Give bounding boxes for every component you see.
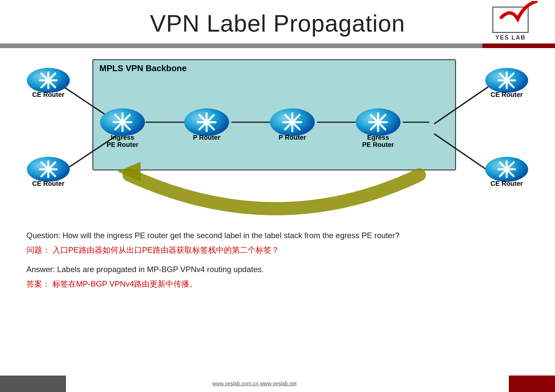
svg-line-41	[200, 115, 214, 129]
svg-point-11	[27, 68, 70, 93]
footer-links: www.yeslab.com.cn www.yeslab.net	[0, 381, 509, 387]
question-chinese: 问题： 入口PE路由器如何从出口PE路由器获取标签栈中的第二个标签？	[26, 244, 529, 256]
footer: www.yeslab.com.cn www.yeslab.net	[0, 376, 555, 392]
yeslab-text: YES LAB	[495, 34, 526, 41]
svg-point-12	[27, 157, 70, 182]
svg-line-33	[500, 162, 514, 176]
svg-line-37	[115, 115, 130, 129]
svg-line-49	[371, 115, 385, 129]
header: VPN Label Propagation YES LAB	[0, 0, 555, 40]
text-section: Question: How will the ingress PE router…	[26, 229, 529, 291]
svg-text:CE Router: CE Router	[491, 91, 523, 98]
svg-rect-0	[93, 60, 456, 170]
svg-line-21	[42, 73, 55, 87]
svg-line-2	[60, 84, 119, 124]
divider	[0, 43, 555, 48]
yeslab-box	[492, 7, 529, 33]
svg-line-45	[285, 115, 300, 129]
svg-line-3	[60, 134, 119, 173]
svg-point-13	[485, 68, 528, 93]
svg-line-38	[115, 115, 130, 129]
svg-text:PE Router: PE Router	[107, 141, 139, 148]
svg-text:MPLS VPN Backbone: MPLS VPN Backbone	[100, 63, 187, 73]
svg-point-17	[270, 108, 315, 136]
svg-point-18	[356, 108, 401, 136]
svg-point-14	[485, 157, 528, 182]
yeslab-logo: YES LAB	[492, 7, 529, 41]
svg-text:CE Router: CE Router	[491, 180, 523, 187]
svg-point-16	[184, 108, 229, 136]
svg-line-5	[434, 134, 492, 173]
divider-gray	[0, 43, 482, 48]
svg-marker-10	[118, 162, 141, 182]
svg-line-30	[500, 73, 514, 87]
svg-text:CE Router: CE Router	[32, 180, 65, 187]
svg-text:Egress: Egress	[367, 134, 389, 141]
svg-line-42	[200, 115, 214, 129]
question-english: Question: How will the ingress PE router…	[26, 229, 529, 242]
diagram-area: MPLS VPN Backbone	[20, 58, 535, 223]
answer-english: Answer: Labels are propagated in MP-BGP …	[26, 263, 529, 276]
svg-point-15	[100, 108, 145, 136]
svg-line-46	[285, 115, 300, 129]
svg-line-50	[371, 115, 385, 129]
svg-text:Ingress: Ingress	[111, 134, 134, 141]
svg-line-29	[500, 73, 514, 87]
footer-red-bar	[509, 376, 555, 392]
svg-text:PE Router: PE Router	[362, 141, 394, 148]
svg-text:P Router: P Router	[279, 134, 306, 141]
svg-line-26	[42, 162, 55, 176]
checkmark-icon	[498, 1, 538, 27]
svg-text:P Router: P Router	[193, 134, 220, 141]
svg-text:CE Router: CE Router	[32, 91, 65, 98]
svg-line-25	[42, 162, 55, 176]
answer-chinese: 答案： 标签在MP-BGP VPNv4路由更新中传播。	[26, 278, 529, 290]
page-title: VPN Label Propagation	[150, 10, 405, 37]
svg-line-22	[42, 73, 55, 87]
diagram-svg: MPLS VPN Backbone	[20, 58, 535, 223]
divider-red	[482, 43, 555, 48]
svg-line-4	[434, 84, 492, 124]
footer-gray-bar	[0, 376, 66, 392]
svg-line-34	[500, 162, 514, 176]
